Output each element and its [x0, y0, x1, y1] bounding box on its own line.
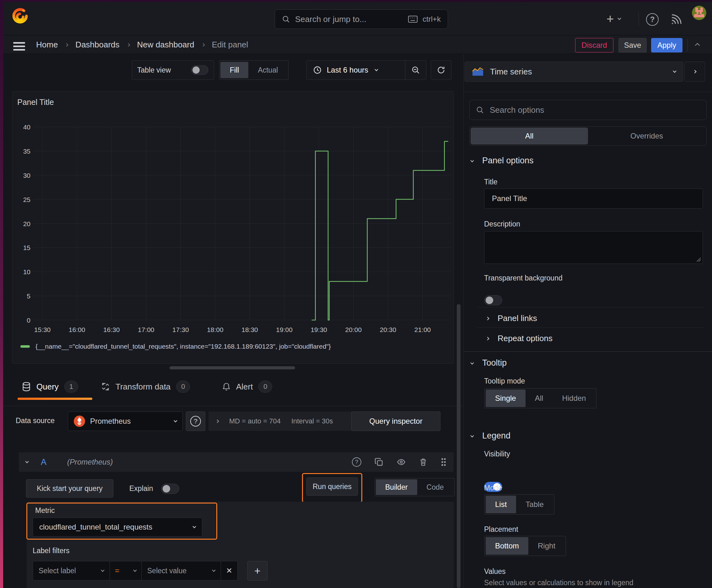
builder-code-segmented: Builder Code	[374, 478, 455, 496]
topbar-divider	[639, 13, 639, 26]
drag-handle-icon[interactable]	[440, 457, 447, 467]
panel-options-heading: Panel options	[482, 156, 534, 166]
metric-select[interactable]: cloudflared_tunnel_total_requests	[33, 518, 202, 537]
repeat-options-header[interactable]: Repeat options	[486, 334, 553, 343]
panel-links-label: Panel links	[498, 313, 537, 323]
top-nav-bar: Search or jump to... ctrl+k + ?	[0, 2, 712, 36]
select-value-placeholder: Select value	[147, 567, 213, 575]
delete-query-icon[interactable]	[419, 458, 427, 466]
global-search-input[interactable]: Search or jump to... ctrl+k	[275, 9, 448, 29]
tooltip-mode-hidden[interactable]: Hidden	[553, 390, 595, 407]
legend-placement-right[interactable]: Right	[528, 537, 565, 555]
chevron-right-icon[interactable]	[215, 419, 219, 423]
query-stats-bar: MD = auto = 704 Interval = 30s	[209, 412, 362, 431]
save-button[interactable]: Save	[619, 38, 647, 52]
sidebar-divider	[463, 54, 464, 588]
query-help-icon[interactable]: ?	[352, 457, 361, 467]
zoom-out-button[interactable]	[405, 61, 426, 80]
new-menu-button[interactable]: +	[606, 11, 633, 26]
tab-query[interactable]: Query 1	[22, 381, 78, 393]
fill-option[interactable]: Fill	[220, 62, 248, 78]
tooltip-mode-all[interactable]: All	[525, 390, 553, 407]
time-series-chart[interactable]: 051015202530354015:3016:0016:3017:0017:3…	[12, 91, 453, 339]
panel-links-header[interactable]: Panel links	[486, 313, 537, 323]
actual-option[interactable]: Actual	[248, 62, 287, 78]
panel-title-input[interactable]: Panel Title	[484, 188, 703, 209]
duplicate-query-icon[interactable]	[374, 458, 383, 466]
options-search-input[interactable]: Search options	[469, 100, 707, 120]
panel-options-header[interactable]: Panel options	[471, 156, 534, 166]
time-range-picker[interactable]: Last 6 hours	[307, 66, 405, 75]
refresh-button[interactable]	[431, 60, 451, 80]
select-label-dropdown[interactable]: Select label	[33, 561, 110, 581]
visualization-picker[interactable]: Time series	[465, 62, 683, 82]
description-label: Description	[484, 220, 520, 228]
explain-toggle[interactable]	[161, 484, 179, 494]
discard-button[interactable]: Discard	[575, 38, 613, 52]
builder-option[interactable]: Builder	[376, 479, 417, 495]
data-source-picker[interactable]: Prometheus	[68, 412, 183, 431]
breadcrumb-new-dashboard[interactable]: New dashboard	[137, 40, 194, 50]
code-option[interactable]: Code	[417, 479, 453, 495]
fill-actual-segmented: Fill Actual	[219, 60, 288, 80]
max-data-points-stat: MD = auto = 704	[229, 417, 281, 425]
tab-all[interactable]: All	[471, 128, 588, 145]
vertical-scrollbar[interactable]	[457, 304, 460, 588]
viz-suggestions-button[interactable]	[684, 62, 705, 82]
label-filters-label: Label filters	[33, 547, 70, 555]
table-view-label: Table view	[137, 66, 171, 75]
description-textarea[interactable]	[484, 231, 703, 264]
datasource-help-button[interactable]: ?	[186, 412, 205, 431]
tab-overrides[interactable]: Overrides	[588, 128, 706, 145]
data-source-value: Prometheus	[90, 417, 169, 426]
breadcrumb-home[interactable]: Home	[36, 40, 58, 50]
select-value-dropdown[interactable]: Select value	[141, 561, 221, 581]
grafana-logo[interactable]	[11, 7, 29, 24]
legend-mode-list[interactable]: List	[486, 496, 516, 513]
keyboard-icon	[408, 16, 417, 23]
section-divider	[464, 351, 712, 352]
viz-type-label: Time series	[490, 67, 667, 77]
run-queries-button[interactable]: Run queries	[306, 478, 358, 496]
hide-query-icon[interactable]	[396, 458, 406, 466]
transparent-background-toggle[interactable]	[484, 295, 502, 305]
tab-transform-data[interactable]: Transform data 0	[101, 381, 190, 393]
tooltip-header[interactable]: Tooltip	[471, 358, 507, 368]
tooltip-mode-single[interactable]: Single	[486, 390, 525, 407]
hamburger-menu-icon[interactable]	[13, 42, 25, 50]
help-icon[interactable]: ?	[646, 13, 659, 26]
resize-handle-icon[interactable]	[696, 257, 701, 261]
svg-text:30: 30	[23, 172, 30, 179]
operator-dropdown[interactable]: =	[110, 561, 142, 581]
tab-alert[interactable]: Alert 0	[222, 381, 272, 393]
time-range-label: Last 6 hours	[327, 66, 368, 75]
window-edge-left	[0, 0, 3, 588]
search-placeholder: Search or jump to...	[295, 15, 403, 24]
query-inspector-button[interactable]: Query inspector	[351, 412, 440, 431]
legend-mode-table[interactable]: Table	[516, 496, 553, 513]
prometheus-icon	[74, 416, 85, 427]
data-source-label: Data source	[16, 417, 55, 425]
chevron-down-icon	[673, 69, 676, 72]
legend-header[interactable]: Legend	[471, 431, 511, 441]
kick-start-query-button[interactable]: Kick start your query	[26, 479, 113, 498]
horizontal-scrollbar[interactable]	[170, 366, 295, 370]
title-label: Title	[484, 178, 498, 186]
chevron-right-icon	[127, 43, 130, 46]
collapse-pane-icon[interactable]	[695, 43, 700, 48]
query-row-header[interactable]: A (Prometheus) ?	[19, 452, 454, 472]
legend-placement-bottom[interactable]: Bottom	[486, 537, 528, 555]
panel-title-value: Panel Title	[492, 194, 527, 203]
apply-button[interactable]: Apply	[651, 38, 683, 52]
add-filter-button[interactable]: +	[247, 561, 267, 581]
remove-filter-button[interactable]: ✕	[221, 561, 238, 581]
news-rss-icon[interactable]	[670, 13, 683, 26]
svg-text:20: 20	[23, 220, 30, 227]
user-avatar[interactable]	[692, 6, 706, 20]
collapse-query-icon[interactable]	[25, 460, 28, 463]
transform-count-badge: 0	[176, 381, 190, 393]
breadcrumb-dashboards[interactable]: Dashboards	[75, 40, 119, 50]
legend-series-label[interactable]: {__name__="cloudflared_tunnel_total_requ…	[36, 343, 331, 350]
table-view-toggle[interactable]	[191, 65, 208, 75]
svg-text:21:00: 21:00	[414, 326, 431, 333]
